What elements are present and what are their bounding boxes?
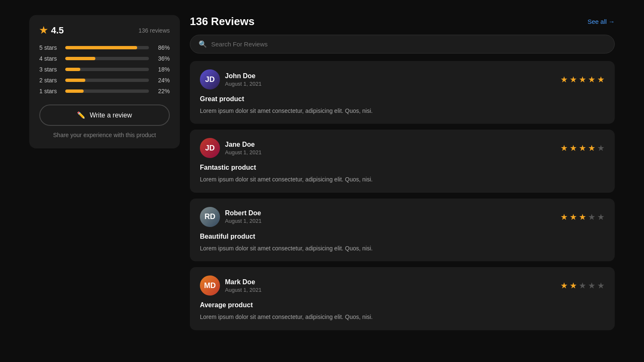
review-card: JD Jane Doe August 1, 2021 ★★★★★ Fantast… — [190, 130, 615, 192]
avatar: JD — [200, 69, 220, 89]
bar-track — [65, 89, 149, 93]
bar-row: 5 stars 86% — [39, 44, 170, 51]
bar-pct: 86% — [154, 44, 170, 51]
bar-label: 2 stars — [39, 77, 60, 84]
star-icon: ★ — [560, 143, 568, 153]
star-icon: ★ — [597, 74, 605, 84]
reviewer-date: August 1, 2021 — [225, 287, 261, 293]
star-icon: ★ — [597, 212, 605, 222]
avatar: RD — [200, 207, 220, 227]
share-text: Share your experience with this product — [39, 132, 170, 138]
star-rating: ★★★★★ — [560, 212, 605, 222]
reviewer-date: August 1, 2021 — [225, 81, 261, 87]
search-box: 🔍 — [190, 35, 615, 54]
bar-pct: 36% — [154, 55, 170, 62]
reviewer-date: August 1, 2021 — [225, 218, 261, 224]
reviews-count: 136 reviews — [138, 27, 170, 34]
reviewer-name: John Doe — [225, 72, 261, 80]
review-body: Lorem ipsum dolor sit amet consectetur, … — [200, 106, 605, 115]
reviewer-details: Robert Doe August 1, 2021 — [225, 209, 261, 224]
reviewer-details: Mark Doe August 1, 2021 — [225, 278, 261, 293]
star-icon: ★ — [579, 143, 586, 153]
bar-fill — [65, 68, 80, 71]
search-input[interactable] — [211, 41, 606, 48]
bar-fill — [65, 79, 85, 82]
star-icon: ★ — [570, 280, 577, 291]
bar-label: 1 stars — [39, 88, 60, 94]
review-title: Fantastic product — [200, 164, 605, 171]
star-icon: ★ — [588, 280, 595, 291]
star-rating: ★★★★★ — [560, 143, 605, 153]
search-icon: 🔍 — [199, 40, 207, 48]
bar-label: 3 stars — [39, 66, 60, 73]
review-body: Lorem ipsum dolor sit amet consectetur, … — [200, 175, 605, 184]
bar-label: 5 stars — [39, 44, 60, 51]
reviewer-details: Jane Doe August 1, 2021 — [225, 141, 261, 156]
review-title: Great product — [200, 95, 605, 103]
star-icon: ★ — [597, 143, 605, 153]
rating-star-icon: ★ — [39, 25, 48, 36]
reviews-list: JD John Doe August 1, 2021 ★★★★★ Great p… — [190, 61, 615, 330]
star-icon: ★ — [560, 280, 568, 291]
bar-pct: 18% — [154, 66, 170, 73]
bar-row: 2 stars 24% — [39, 77, 170, 84]
star-icon: ★ — [570, 143, 577, 153]
reviewer-info: JD John Doe August 1, 2021 — [200, 69, 261, 89]
star-icon: ★ — [570, 212, 577, 222]
review-card: RD Robert Doe August 1, 2021 ★★★★★ Beaut… — [190, 199, 615, 261]
see-all-link[interactable]: See all → — [588, 18, 615, 25]
star-icon: ★ — [588, 74, 595, 84]
reviewer-info: MD Mark Doe August 1, 2021 — [200, 275, 261, 296]
avatar: JD — [200, 138, 220, 158]
bar-row: 4 stars 36% — [39, 55, 170, 62]
bar-track — [65, 79, 149, 82]
review-title: Beautiful product — [200, 233, 605, 240]
review-top: JD Jane Doe August 1, 2021 ★★★★★ — [200, 138, 605, 158]
bar-fill — [65, 57, 95, 60]
bar-track — [65, 46, 149, 49]
reviewer-name: Mark Doe — [225, 278, 261, 286]
star-icon: ★ — [579, 280, 586, 291]
bar-track — [65, 68, 149, 71]
write-review-label: Write a review — [89, 112, 132, 119]
review-card: MD Mark Doe August 1, 2021 ★★★★★ Average… — [190, 267, 615, 330]
reviewer-details: John Doe August 1, 2021 — [225, 72, 261, 87]
bar-row: 3 stars 18% — [39, 66, 170, 73]
avatar: MD — [200, 275, 220, 296]
bar-track — [65, 57, 149, 60]
bar-pct: 22% — [154, 88, 170, 94]
bar-label: 4 stars — [39, 55, 60, 62]
reviewer-info: JD Jane Doe August 1, 2021 — [200, 138, 261, 158]
reviews-header: 136 Reviews See all → — [190, 15, 615, 28]
reviews-title: 136 Reviews — [190, 15, 255, 28]
rating-bars: 5 stars 86% 4 stars 36% 3 stars 18% 2 st… — [39, 44, 170, 94]
bar-fill — [65, 89, 84, 93]
review-top: RD Robert Doe August 1, 2021 ★★★★★ — [200, 207, 605, 227]
star-icon: ★ — [588, 143, 595, 153]
star-icon: ★ — [579, 74, 586, 84]
star-icon: ★ — [560, 74, 568, 84]
write-review-button[interactable]: ✏️ Write a review — [39, 105, 170, 126]
review-top: MD Mark Doe August 1, 2021 ★★★★★ — [200, 275, 605, 296]
reviewer-name: Robert Doe — [225, 209, 261, 217]
rating-score: ★ 4.5 — [39, 25, 64, 36]
star-icon: ★ — [597, 280, 605, 291]
left-panel: ★ 4.5 136 reviews 5 stars 86% 4 stars 36… — [29, 15, 180, 148]
reviewer-date: August 1, 2021 — [225, 149, 261, 156]
reviewer-info: RD Robert Doe August 1, 2021 — [200, 207, 261, 227]
star-icon: ★ — [560, 212, 568, 222]
rating-header: ★ 4.5 136 reviews — [39, 25, 170, 36]
rating-value: 4.5 — [51, 25, 64, 36]
bar-pct: 24% — [154, 77, 170, 84]
right-panel: 136 Reviews See all → 🔍 JD John Doe Augu… — [190, 15, 615, 336]
pencil-icon: ✏️ — [77, 111, 85, 119]
review-body: Lorem ipsum dolor sit amet consectetur, … — [200, 312, 605, 321]
bar-row: 1 stars 22% — [39, 88, 170, 94]
review-top: JD John Doe August 1, 2021 ★★★★★ — [200, 69, 605, 89]
star-icon: ★ — [579, 212, 586, 222]
reviewer-name: Jane Doe — [225, 141, 261, 148]
star-icon: ★ — [588, 212, 595, 222]
review-card: JD John Doe August 1, 2021 ★★★★★ Great p… — [190, 61, 615, 124]
star-rating: ★★★★★ — [560, 280, 605, 291]
review-body: Lorem ipsum dolor sit amet consectetur, … — [200, 244, 605, 253]
